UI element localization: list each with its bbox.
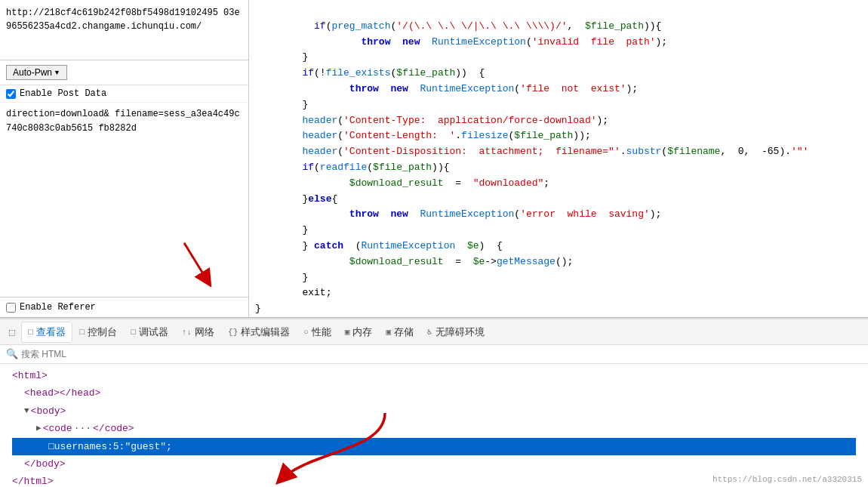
tree-html: <html> xyxy=(12,367,856,384)
post-data-area: direction=download& filename=sess_a3ea4c… xyxy=(0,103,248,297)
tab-storage-label: 存储 xyxy=(394,325,414,339)
code-triangle[interactable]: ▶ xyxy=(36,421,42,436)
enable-referer-checkbox[interactable] xyxy=(6,303,16,313)
auto-pwn-row: Auto-Pwn xyxy=(0,60,248,85)
body-triangle[interactable]: ▼ xyxy=(24,404,29,419)
tab-console-label: 控制台 xyxy=(88,325,117,339)
memory-icon: ▣ xyxy=(345,327,350,337)
enable-post-checkbox[interactable] xyxy=(6,89,16,99)
devtools-tabbar: ⬚ □ 查看器 □ 控制台 □ 调试器 ↑↓ 网络 {} 样式编辑器 ○ 性能 … xyxy=(0,318,868,345)
performance-icon: ○ xyxy=(303,328,309,337)
enable-referer-label: Enable Referer xyxy=(20,302,96,313)
enable-referer-row: Enable Referer xyxy=(0,297,248,317)
tab-network-label: 网络 xyxy=(195,325,214,339)
watermark: https://blog.csdn.net/a3320315 xyxy=(713,475,862,484)
tab-accessibility-label: 无障碍环境 xyxy=(436,325,485,339)
search-icon: 🔍 xyxy=(6,348,18,360)
right-panel: if(preg_match('/(\.\ \.\ \/|\.\ \.\ \\\\… xyxy=(249,0,868,317)
enable-post-label: Enable Post Data xyxy=(20,88,106,99)
url-text: http://218cf4c619b242f08bf5498d19102495 … xyxy=(6,8,240,32)
tab-memory[interactable]: ▣ 内存 xyxy=(339,322,379,342)
post-data-text: direction=download& filename=sess_a3ea4c… xyxy=(6,107,242,136)
viewer-icon: □ xyxy=(28,328,33,337)
tree-usernames[interactable]: □usernames:5:"guest"; xyxy=(12,438,856,455)
network-icon: ↑↓ xyxy=(182,328,192,337)
url-display: http://218cf4c619b242f08bf5498d19102495 … xyxy=(0,0,248,60)
tab-viewer[interactable]: □ 查看器 xyxy=(21,322,72,343)
search-html-input[interactable] xyxy=(21,349,862,359)
tab-performance[interactable]: ○ 性能 xyxy=(297,322,337,342)
devtools-inspect-icon[interactable]: ⬚ xyxy=(5,325,20,340)
tab-style-editor[interactable]: {} 样式编辑器 xyxy=(222,322,296,342)
devtools-panel: ⬚ □ 查看器 □ 控制台 □ 调试器 ↑↓ 网络 {} 样式编辑器 ○ 性能 … xyxy=(0,317,868,487)
tab-viewer-label: 查看器 xyxy=(36,325,66,339)
arrow-icon xyxy=(173,236,218,289)
tab-accessibility[interactable]: ♿ 无障碍环境 xyxy=(421,322,491,342)
code-display: if(preg_match('/(\.\ \.\ \/|\.\ \.\ \\\\… xyxy=(255,3,862,317)
style-icon: {} xyxy=(228,328,238,337)
debugger-icon: □ xyxy=(131,328,136,337)
tree-head: <head></head> xyxy=(12,384,856,402)
storage-icon: ▣ xyxy=(386,327,391,337)
console-icon: □ xyxy=(80,328,85,337)
html-tree-panel: 🔍 <html> <head></head> ▼ <body> ▶ <code … xyxy=(0,345,868,487)
tab-debugger-label: 调试器 xyxy=(139,325,168,339)
tab-storage[interactable]: ▣ 存储 xyxy=(380,322,420,342)
auto-pwn-button[interactable]: Auto-Pwn xyxy=(6,65,67,80)
tab-performance-label: 性能 xyxy=(312,325,331,339)
tab-console[interactable]: □ 控制台 xyxy=(74,322,124,342)
accessibility-icon: ♿ xyxy=(427,327,432,337)
tab-memory-label: 内存 xyxy=(352,325,372,339)
tab-network[interactable]: ↑↓ 网络 xyxy=(176,322,220,342)
enable-post-row: Enable Post Data xyxy=(0,85,248,103)
search-row: 🔍 xyxy=(0,345,868,364)
html-tree: <html> <head></head> ▼ <body> ▶ <code ··… xyxy=(0,364,868,487)
svg-line-1 xyxy=(184,243,207,280)
tree-body-close: </body> xyxy=(12,455,856,473)
tree-body: ▼ <body> xyxy=(12,402,856,420)
tab-style-editor-label: 样式编辑器 xyxy=(241,325,290,339)
tab-debugger[interactable]: □ 调试器 xyxy=(125,322,174,342)
left-panel: http://218cf4c619b242f08bf5498d19102495 … xyxy=(0,0,249,317)
tree-code: ▶ <code ··· </code> xyxy=(12,420,856,437)
